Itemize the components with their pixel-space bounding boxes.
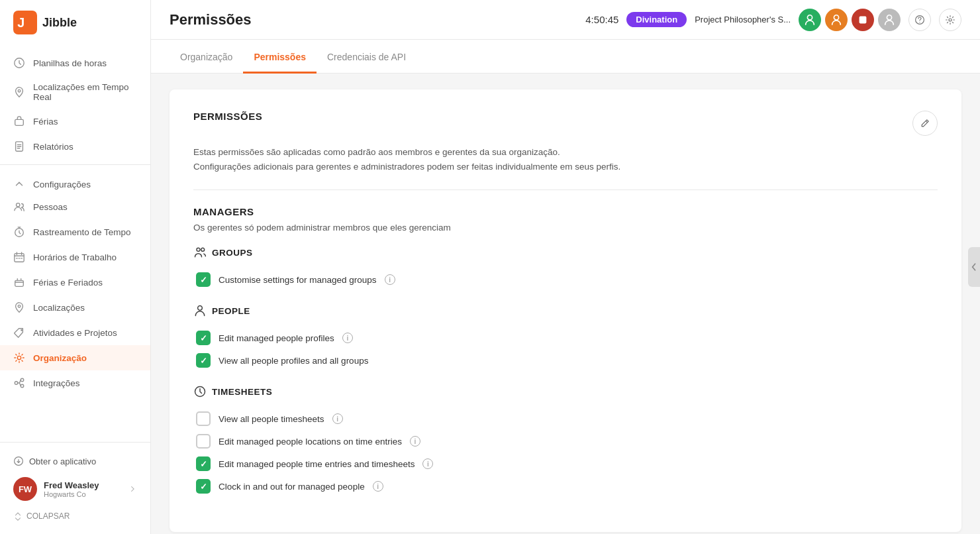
svg-rect-9: [15, 280, 24, 286]
document-icon: [13, 140, 25, 152]
location-icon: [13, 86, 25, 98]
briefcase-icon: [13, 115, 25, 127]
svg-point-11: [21, 329, 23, 331]
managers-description: Os gerentes só podem administrar membros…: [193, 223, 938, 233]
timesheets-title: TIMESHEETS: [212, 387, 272, 397]
checkbox-customise-groups[interactable]: ✓: [196, 272, 211, 287]
edit-button[interactable]: [912, 111, 938, 136]
sidebar-item-activities-label: Atividades e Projetos: [33, 328, 117, 338]
chevron-up-icon: [13, 178, 25, 190]
settings-button[interactable]: [939, 9, 961, 31]
checkbox-clock-in-out[interactable]: ✓: [196, 479, 211, 494]
svg-point-21: [197, 248, 200, 252]
svg-rect-17: [859, 16, 867, 23]
groups-header: GROUPS: [193, 246, 938, 259]
header-avatars: [799, 9, 901, 31]
info-clock-in-out[interactable]: i: [373, 481, 383, 492]
sidebar-item-leaves-holidays[interactable]: Férias e Feriados: [0, 270, 150, 295]
calendar-icon: [13, 276, 25, 288]
sidebar-item-reports-label: Relatórios: [33, 142, 74, 152]
jibble-logo: J: [13, 11, 37, 34]
svg-point-20: [949, 19, 952, 21]
sidebar-item-timesheets[interactable]: Planilhas de horas: [0, 50, 150, 76]
checkbox-edit-profiles[interactable]: ✓: [196, 331, 211, 345]
svg-point-10: [18, 305, 21, 307]
sidebar-item-reports[interactable]: Relatórios: [0, 134, 150, 159]
groups-icon: [193, 246, 207, 259]
help-button[interactable]: [908, 9, 931, 31]
svg-rect-0: [13, 11, 37, 34]
avatar-user[interactable]: [878, 9, 901, 31]
permission-edit-profiles-label: Edit managed people profiles: [219, 333, 334, 343]
logo[interactable]: J Jibble: [0, 0, 150, 45]
sidebar-item-locations-s[interactable]: Localizações: [0, 295, 150, 320]
pencil-icon: [920, 118, 930, 129]
svg-point-19: [919, 21, 920, 22]
help-icon: [914, 15, 925, 25]
permission-edit-time-entries: ✓ Edit managed people time entries and t…: [196, 453, 938, 475]
sidebar-item-people[interactable]: Pessoas: [0, 194, 150, 219]
avatar: FW: [13, 477, 37, 501]
user-profile[interactable]: FW Fred Weasley Hogwarts Co: [13, 472, 137, 506]
sidebar-item-integrations-label: Integrações: [33, 378, 80, 388]
get-app-button[interactable]: Obter o aplicativo: [13, 451, 137, 472]
permission-view-all-profiles-label: View all people profiles and all groups: [219, 356, 368, 366]
logo-text: Jibble: [42, 16, 77, 30]
collapse-label: COLAPSAR: [26, 511, 70, 521]
sidebar-item-time-tracking[interactable]: Rastreamento de Tempo: [0, 219, 150, 244]
permission-customise-groups: ✓ Customise settings for managed groups …: [196, 268, 938, 291]
sidebar-item-integrations[interactable]: Integrações: [0, 370, 150, 396]
info-customise-groups[interactable]: i: [385, 274, 395, 285]
avatar-orange[interactable]: [825, 9, 848, 31]
header-badge[interactable]: Divination: [626, 12, 687, 27]
user-info: Fred Weasley Hogwarts Co: [44, 480, 121, 498]
sidebar-item-locations-label: Localizações em Tempo Real: [33, 82, 137, 102]
tab-permissions[interactable]: Permissões: [243, 40, 317, 74]
clock-icon: [13, 57, 25, 69]
svg-rect-8: [15, 254, 24, 262]
svg-point-22: [201, 248, 205, 252]
info-view-timesheets[interactable]: i: [332, 413, 343, 424]
svg-point-6: [17, 203, 20, 207]
settings-icon: [945, 15, 956, 25]
svg-point-3: [18, 89, 21, 92]
chevron-right-icon: [128, 484, 137, 494]
integration-icon: [13, 377, 25, 389]
info-edit-locations[interactable]: i: [410, 436, 420, 447]
sidebar-footer: Obter o aplicativo FW Fred Weasley Hogwa…: [0, 442, 150, 534]
people-section: PEOPLE ✓ Edit managed people profiles i …: [193, 304, 938, 372]
sidebar-item-organization[interactable]: Organização: [0, 345, 150, 370]
collapse-icon: [13, 511, 23, 521]
user-name: Fred Weasley: [44, 480, 121, 490]
sidebar-item-leaves-label: Férias: [33, 117, 58, 127]
checkbox-view-timesheets[interactable]: [196, 411, 211, 426]
avatar-green[interactable]: [799, 9, 821, 31]
groups-section: GROUPS ✓ Customise settings for managed …: [193, 246, 938, 291]
gear-icon: [13, 352, 25, 364]
checkbox-edit-locations[interactable]: [196, 434, 211, 449]
checkbox-edit-time-entries[interactable]: ✓: [196, 456, 211, 471]
permission-edit-locations-label: Edit managed people locations on time en…: [219, 437, 402, 447]
sidebar-item-time-tracking-label: Rastreamento de Tempo: [33, 227, 131, 237]
user-org: Hogwarts Co: [44, 490, 121, 498]
collapse-button[interactable]: COLAPSAR: [13, 506, 137, 526]
chevron-left-icon: [971, 262, 977, 272]
sidebar-item-activities[interactable]: Atividades e Projetos: [0, 320, 150, 345]
sidebar-item-locations[interactable]: Localizações em Tempo Real: [0, 76, 150, 109]
sidebar-section-configs[interactable]: Configurações: [0, 170, 150, 194]
info-edit-time-entries[interactable]: i: [422, 458, 433, 469]
info-edit-profiles[interactable]: i: [342, 333, 353, 343]
permission-edit-locations: Edit managed people locations on time en…: [196, 430, 938, 453]
sidebar-item-work-schedules[interactable]: Horários de Trabalho: [0, 244, 150, 270]
avatar-red[interactable]: [852, 9, 874, 31]
sidebar-item-leaves-holidays-label: Férias e Feriados: [33, 278, 103, 288]
sidebar-item-organization-label: Organização: [33, 353, 87, 363]
tab-api[interactable]: Credenciais de API: [317, 40, 416, 74]
time-tracking-icon: [13, 226, 25, 238]
timesheets-header: TIMESHEETS: [193, 385, 938, 398]
tab-organization[interactable]: Organização: [170, 40, 243, 74]
sidebar: J Jibble Planilhas de horas Localizações…: [0, 0, 151, 534]
right-edge-tab[interactable]: [968, 247, 980, 287]
sidebar-item-leaves[interactable]: Férias: [0, 109, 150, 134]
checkbox-view-all-profiles[interactable]: ✓: [196, 353, 211, 368]
